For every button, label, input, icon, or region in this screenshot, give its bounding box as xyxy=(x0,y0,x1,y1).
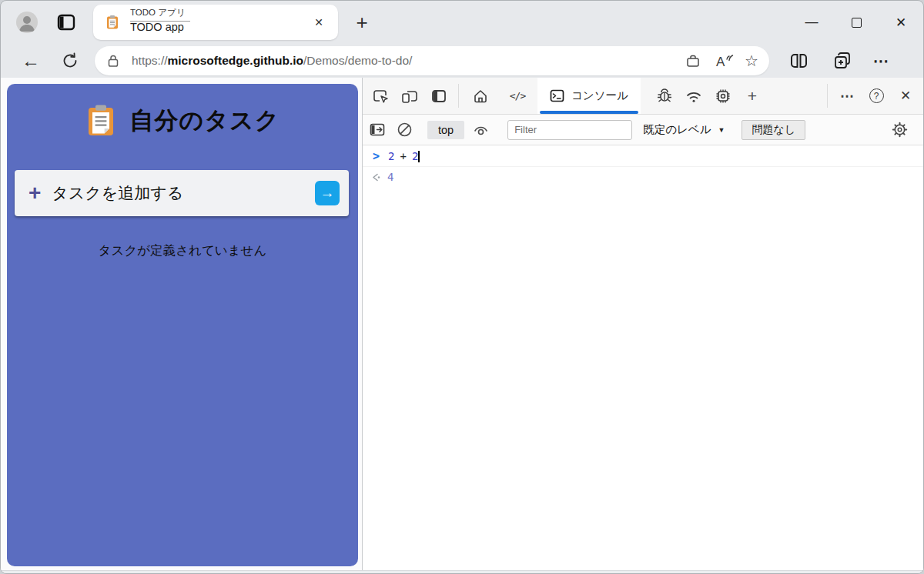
inspect-icon xyxy=(373,88,389,104)
console-sidebar-button[interactable] xyxy=(364,123,390,136)
close-tab-icon[interactable]: ✕ xyxy=(310,14,327,31)
favorites-star-button[interactable]: ☆ xyxy=(745,52,758,70)
close-devtools-button[interactable]: ✕ xyxy=(891,78,920,114)
tabbar-spacer xyxy=(767,78,822,114)
console-icon xyxy=(550,89,564,102)
minimize-button[interactable]: — xyxy=(789,1,834,44)
clipboard-icon xyxy=(85,104,116,138)
svg-text:A: A xyxy=(716,55,725,68)
chip-icon xyxy=(715,88,732,105)
app-available-button[interactable] xyxy=(681,54,705,68)
url-domain: microsoftedge.github.io xyxy=(168,54,304,67)
console-result-line: 4 xyxy=(363,167,923,187)
close-window-button[interactable]: ✕ xyxy=(879,1,923,44)
log-levels-label: 既定のレベル xyxy=(643,122,711,137)
return-value-icon xyxy=(371,172,381,182)
person-icon xyxy=(16,12,38,33)
clipboard-favicon xyxy=(105,15,120,30)
devtools-tab-bar: </> コンソール xyxy=(363,78,923,115)
wifi-icon xyxy=(685,88,703,104)
read-aloud-button[interactable]: A xyxy=(712,53,735,68)
devtools-panel: </> コンソール xyxy=(362,78,923,570)
log-levels-dropdown[interactable]: 既定のレベル ▼ xyxy=(643,122,725,137)
tab-performance[interactable] xyxy=(708,78,738,114)
new-tab-button[interactable]: + xyxy=(350,11,373,35)
app-header: 自分のタスク xyxy=(7,104,358,138)
console-prompt-icon: > xyxy=(373,149,380,163)
console-sidebar-icon xyxy=(370,123,385,136)
expression-number: 2 xyxy=(388,150,394,162)
tab-issues[interactable] xyxy=(650,78,679,114)
eye-icon xyxy=(472,123,490,137)
url-path: /Demos/demo-to-do/ xyxy=(303,54,412,67)
home-icon xyxy=(473,88,488,104)
console-input-line[interactable]: > 2+2 xyxy=(363,145,923,167)
device-emulation-icon xyxy=(401,88,418,104)
bug-icon xyxy=(656,88,673,104)
console-result-value: 4 xyxy=(387,171,393,183)
maximize-button[interactable] xyxy=(834,1,879,44)
back-button[interactable]: ← xyxy=(19,50,42,72)
device-emulation-button[interactable] xyxy=(395,78,424,114)
add-task-input[interactable]: + タスクを追加する → xyxy=(15,170,349,216)
toolbar-right: ⋯ xyxy=(769,52,889,70)
tab-console[interactable]: コンソール xyxy=(537,78,641,114)
javascript-context-selector[interactable]: top xyxy=(427,121,464,139)
collections-button[interactable] xyxy=(833,52,852,70)
empty-task-message: タスクが定義されていません xyxy=(7,242,358,259)
toolbar-separator-right xyxy=(827,84,828,108)
panel-layout-icon xyxy=(431,89,447,103)
console-output[interactable]: > 2+2 4 xyxy=(363,145,923,570)
read-aloud-icon: A xyxy=(714,53,734,68)
tab-sources[interactable]: </> xyxy=(497,78,537,114)
tab-tooltip: TODO アプリ xyxy=(130,5,190,22)
browser-tab[interactable]: TODO アプリ TODO app ✕ xyxy=(93,5,338,40)
refresh-button[interactable] xyxy=(59,52,81,69)
console-toolbar: top 既定のレベル ▼ 問題なし xyxy=(363,115,923,145)
page-viewport: 自分のタスク + タスクを追加する → タスクが定義されていません xyxy=(1,78,362,570)
help-button[interactable]: ? xyxy=(862,78,891,114)
console-filter-input[interactable] xyxy=(507,120,632,140)
more-tabs-button[interactable]: + xyxy=(738,78,767,114)
live-expression-button[interactable] xyxy=(464,123,497,137)
lock-icon xyxy=(107,54,119,68)
browser-window: TODO アプリ TODO app ✕ + — ✕ ← xyxy=(0,0,924,574)
plus-icon: + xyxy=(28,182,41,204)
toolbar-separator xyxy=(458,84,459,108)
split-screen-icon xyxy=(789,52,808,69)
url-scheme: https:// xyxy=(132,54,168,67)
window-controls: — ✕ xyxy=(789,1,923,44)
gear-icon xyxy=(892,122,908,138)
help-icon: ? xyxy=(869,88,884,103)
navigation-toolbar: ← https://microsoftedge.github.io/Demos/… xyxy=(1,44,923,78)
maximize-icon xyxy=(852,18,862,28)
add-task-submit-button[interactable]: → xyxy=(315,181,340,205)
split-screen-button[interactable] xyxy=(789,52,808,69)
workspaces-icon xyxy=(57,14,75,31)
todo-app: 自分のタスク + タスクを追加する → タスクが定義されていません xyxy=(7,84,358,566)
clear-console-button[interactable] xyxy=(390,122,418,138)
collections-icon xyxy=(833,52,852,70)
refresh-icon xyxy=(62,52,79,69)
settings-more-button[interactable]: ⋯ xyxy=(873,52,889,70)
issues-counter-button[interactable]: 問題なし xyxy=(742,120,805,140)
chevron-down-icon: ▼ xyxy=(718,126,725,134)
profile-avatar[interactable] xyxy=(16,12,38,33)
inspect-element-button[interactable] xyxy=(366,78,395,114)
clear-icon xyxy=(397,122,413,138)
tab-welcome[interactable] xyxy=(464,78,497,114)
text-cursor xyxy=(418,151,420,162)
briefcase-icon xyxy=(685,54,701,68)
console-settings-button[interactable] xyxy=(885,122,914,138)
title-bar: TODO アプリ TODO app ✕ + — ✕ xyxy=(1,1,923,44)
active-tab-underline xyxy=(540,111,638,114)
content-area: 自分のタスク + タスクを追加する → タスクが定義されていません xyxy=(1,78,923,570)
console-expression: 2+2 xyxy=(388,150,418,162)
activity-bar-button[interactable] xyxy=(424,78,454,114)
url-text: https://microsoftedge.github.io/Demos/de… xyxy=(132,54,412,68)
tab-actions-menu[interactable] xyxy=(56,12,76,32)
expression-operator: + xyxy=(400,150,406,162)
tab-network-conditions[interactable] xyxy=(679,78,708,114)
customize-devtools-button[interactable]: ⋯ xyxy=(832,78,862,114)
address-bar[interactable]: https://microsoftedge.github.io/Demos/de… xyxy=(95,46,769,75)
